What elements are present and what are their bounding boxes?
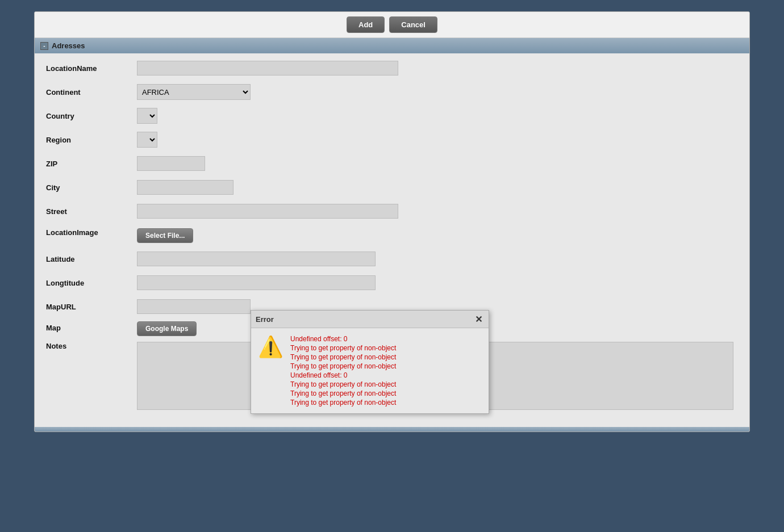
error-body: ⚠️ Undefined offset: 0 Trying to get pro… xyxy=(251,328,489,413)
street-label: Street xyxy=(46,207,137,216)
longitude-label: Longtitude xyxy=(46,279,137,287)
error-title-bar: Error ✕ xyxy=(251,311,489,328)
location-name-input[interactable] xyxy=(137,61,398,76)
error-message-7: Trying to get property of non-object xyxy=(290,389,396,397)
map-row: Map Google Maps Error ✕ ⚠️ Undefined off… xyxy=(46,321,738,336)
city-label: City xyxy=(46,183,137,192)
longitude-input[interactable] xyxy=(137,275,376,290)
map-label: Map xyxy=(46,321,137,332)
mapurl-label: MapURL xyxy=(46,303,137,311)
section-title: Adresses xyxy=(52,41,85,50)
error-message-3: Trying to get property of non-object xyxy=(290,353,396,361)
error-message-4: Trying to get property of non-object xyxy=(290,362,396,370)
zip-label: ZIP xyxy=(46,160,137,168)
location-name-label: LocationName xyxy=(46,64,137,73)
region-label: Region xyxy=(46,136,137,144)
country-select[interactable] xyxy=(137,108,157,124)
error-dialog: Error ✕ ⚠️ Undefined offset: 0 Trying to… xyxy=(251,310,489,414)
street-row: Street xyxy=(46,202,738,220)
latitude-input[interactable] xyxy=(137,252,376,266)
error-message-5: Undefined offset: 0 xyxy=(290,371,396,379)
section-header: - Adresses xyxy=(35,38,749,53)
continent-select[interactable]: AFRICA EUROPE ASIA AMERICAS OCEANIA ANTA… xyxy=(137,84,251,100)
add-button[interactable]: Add xyxy=(347,16,385,33)
country-row: Country xyxy=(46,107,738,125)
region-row: Region xyxy=(46,131,738,149)
longitude-row: Longtitude xyxy=(46,274,738,292)
error-messages: Undefined offset: 0 Trying to get proper… xyxy=(290,335,396,407)
select-file-button[interactable]: Select File... xyxy=(137,228,193,243)
cancel-button[interactable]: Cancel xyxy=(389,16,437,33)
error-message-6: Trying to get property of non-object xyxy=(290,380,396,388)
continent-label: Continent xyxy=(46,88,137,97)
zip-row: ZIP xyxy=(46,154,738,173)
location-name-row: LocationName xyxy=(46,59,738,77)
mapurl-input[interactable] xyxy=(137,299,251,314)
error-message-2: Trying to get property of non-object xyxy=(290,344,396,352)
region-select[interactable] xyxy=(137,132,157,148)
warning-icon: ⚠️ xyxy=(258,335,283,359)
bottom-border xyxy=(35,427,749,432)
main-container: Add Cancel - Adresses LocationName Conti… xyxy=(34,11,750,432)
latitude-row: Latitude xyxy=(46,250,738,268)
location-image-label: LocationImage xyxy=(46,228,137,237)
error-message-8: Trying to get property of non-object xyxy=(290,399,396,407)
error-message-1: Undefined offset: 0 xyxy=(290,335,396,343)
toolbar: Add Cancel xyxy=(35,12,749,38)
street-input[interactable] xyxy=(137,204,398,219)
country-label: Country xyxy=(46,112,137,120)
location-image-row: LocationImage Select File... xyxy=(46,226,738,244)
city-input[interactable] xyxy=(137,180,233,195)
error-title: Error xyxy=(256,315,274,324)
google-maps-button[interactable]: Google Maps xyxy=(137,321,197,336)
city-row: City xyxy=(46,178,738,196)
latitude-label: Latitude xyxy=(46,255,137,263)
continent-row: Continent AFRICA EUROPE ASIA AMERICAS OC… xyxy=(46,83,738,101)
form-area: LocationName Continent AFRICA EUROPE ASI… xyxy=(35,53,749,421)
collapse-button[interactable]: - xyxy=(40,42,48,50)
zip-input[interactable] xyxy=(137,156,205,171)
map-content-area: Google Maps Error ✕ ⚠️ Undefined offset:… xyxy=(137,321,197,336)
notes-label: Notes xyxy=(46,342,137,350)
error-close-button[interactable]: ✕ xyxy=(473,313,484,325)
